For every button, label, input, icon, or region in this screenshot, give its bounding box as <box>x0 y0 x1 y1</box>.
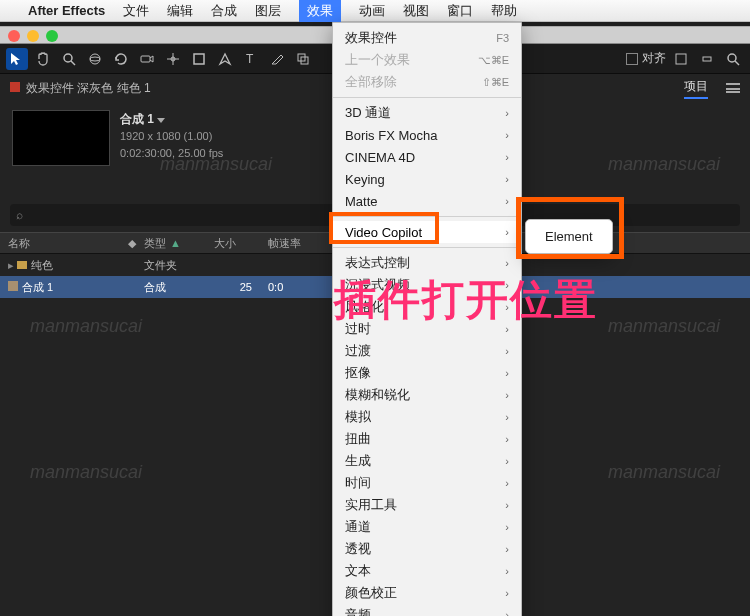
panel-menu-icon[interactable] <box>726 83 740 93</box>
zoom-tool-icon[interactable] <box>58 48 80 70</box>
snap-option-icon[interactable] <box>670 48 692 70</box>
rotate-tool-icon[interactable] <box>110 48 132 70</box>
type-tool-icon[interactable]: T <box>240 48 262 70</box>
comp-duration: 0:02:30:00, 25.00 fps <box>120 145 223 162</box>
brush-tool-icon[interactable] <box>266 48 288 70</box>
effect-group-item[interactable]: Keying› <box>333 168 521 190</box>
effect-group-item[interactable]: 颜色校正› <box>333 582 521 604</box>
effect-group-item[interactable]: 过渡› <box>333 340 521 362</box>
menu-effect-controls[interactable]: 效果控件F3 <box>333 27 521 49</box>
window-controls <box>8 30 58 42</box>
menu-last-effect: 上一个效果⌥⌘E <box>333 49 521 71</box>
svg-point-0 <box>64 54 72 62</box>
effect-group-item[interactable]: 透视› <box>333 538 521 560</box>
col-fps[interactable]: 帧速率 <box>260 236 310 251</box>
menu-view[interactable]: 视图 <box>403 2 429 20</box>
svg-point-14 <box>728 54 736 62</box>
app-name[interactable]: After Effects <box>28 3 105 18</box>
orbit-tool-icon[interactable] <box>84 48 106 70</box>
menu-effect[interactable]: 效果 <box>299 0 341 22</box>
svg-rect-8 <box>194 54 204 64</box>
pen-tool-icon[interactable] <box>214 48 236 70</box>
svg-point-2 <box>90 54 100 64</box>
composition-thumbnail[interactable] <box>12 110 110 166</box>
comp-name[interactable]: 合成 1 <box>120 112 154 126</box>
effect-group-item[interactable]: 文本› <box>333 560 521 582</box>
effect-group-item[interactable]: 音频› <box>333 604 521 616</box>
snap-toggle[interactable]: 对齐 <box>626 50 666 67</box>
anchor-tool-icon[interactable] <box>162 48 184 70</box>
svg-line-1 <box>71 61 75 65</box>
snap-option2-icon[interactable] <box>696 48 718 70</box>
effect-group-item[interactable]: 风格化› <box>333 296 521 318</box>
effect-group-item[interactable]: 3D 通道› <box>333 102 521 124</box>
svg-rect-4 <box>141 56 150 62</box>
effect-group-item[interactable]: 沉浸式视频› <box>333 274 521 296</box>
menu-window[interactable]: 窗口 <box>447 2 473 20</box>
effect-group-item[interactable]: 模拟› <box>333 406 521 428</box>
effect-group-item[interactable]: 表达式控制› <box>333 252 521 274</box>
folder-icon <box>17 261 27 269</box>
effect-group-item[interactable]: 时间› <box>333 472 521 494</box>
close-icon[interactable] <box>8 30 20 42</box>
video-copilot-submenu: Element <box>525 219 613 254</box>
effect-group-item[interactable]: Video Copilot› <box>333 221 521 243</box>
svg-text:T: T <box>246 52 254 66</box>
menu-layer[interactable]: 图层 <box>255 2 281 20</box>
menu-file[interactable]: 文件 <box>123 2 149 20</box>
effect-group-item[interactable]: 生成› <box>333 450 521 472</box>
snap-label: 对齐 <box>642 50 666 67</box>
search-icon: ⌕ <box>16 208 23 222</box>
shape-tool-icon[interactable] <box>188 48 210 70</box>
zoom-icon[interactable] <box>46 30 58 42</box>
effect-menu-dropdown: 效果控件F3 上一个效果⌥⌘E 全部移除⇧⌘E 3D 通道›Boris FX M… <box>332 22 522 616</box>
menu-help[interactable]: 帮助 <box>491 2 517 20</box>
camera-tool-icon[interactable] <box>136 48 158 70</box>
system-menubar: After Effects 文件 编辑 合成 图层 效果 动画 视图 窗口 帮助 <box>0 0 750 22</box>
menu-edit[interactable]: 编辑 <box>167 2 193 20</box>
submenu-element[interactable]: Element <box>531 225 607 248</box>
menu-animation[interactable]: 动画 <box>359 2 385 20</box>
effect-group-item[interactable]: 过时› <box>333 318 521 340</box>
comp-dimensions: 1920 x 1080 (1.00) <box>120 128 223 145</box>
search-icon[interactable] <box>722 48 744 70</box>
menu-remove-all: 全部移除⇧⌘E <box>333 71 521 93</box>
effect-group-item[interactable]: 抠像› <box>333 362 521 384</box>
selection-tool-icon[interactable] <box>6 48 28 70</box>
tab-project[interactable]: 项目 <box>684 78 708 99</box>
effect-group-item[interactable]: Boris FX Mocha› <box>333 124 521 146</box>
svg-line-15 <box>735 61 739 65</box>
col-name[interactable]: 名称 <box>0 236 120 251</box>
effect-group-item[interactable]: 扭曲› <box>333 428 521 450</box>
effect-group-item[interactable]: 模糊和锐化› <box>333 384 521 406</box>
effect-group-item[interactable]: 实用工具› <box>333 494 521 516</box>
effect-group-item[interactable]: 通道› <box>333 516 521 538</box>
menu-composition[interactable]: 合成 <box>211 2 237 20</box>
chevron-down-icon[interactable] <box>157 118 165 123</box>
svg-rect-13 <box>703 57 711 61</box>
clone-tool-icon[interactable] <box>292 48 314 70</box>
tab-effect-controls[interactable]: 效果控件 深灰色 纯色 1 <box>10 80 151 97</box>
minimize-icon[interactable] <box>27 30 39 42</box>
effect-group-item[interactable]: CINEMA 4D› <box>333 146 521 168</box>
col-size[interactable]: 大小 <box>206 236 260 251</box>
effect-group-item[interactable]: Matte› <box>333 190 521 212</box>
hand-tool-icon[interactable] <box>32 48 54 70</box>
svg-rect-12 <box>676 54 686 64</box>
col-tag[interactable]: ◆ <box>120 237 136 250</box>
svg-point-3 <box>90 57 100 61</box>
col-type[interactable]: 类型 ▲ <box>136 236 206 251</box>
comp-icon <box>8 281 18 291</box>
